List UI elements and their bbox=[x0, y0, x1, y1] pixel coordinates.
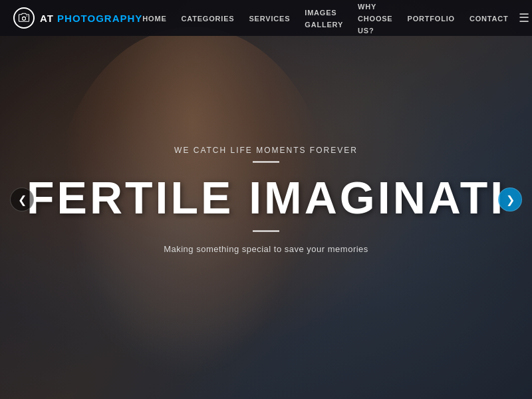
hero-tagline: WE CATCH LIFE MOMENTS FOREVER bbox=[27, 146, 505, 155]
hamburger-icon[interactable]: ☰ bbox=[519, 11, 529, 25]
hero-subtitle: Making something special to save your me… bbox=[27, 244, 505, 254]
svg-point-2 bbox=[23, 17, 25, 20]
nav-item-categories[interactable]: CATEGORIES bbox=[182, 12, 235, 24]
nav-item-portfolio[interactable]: PORTFOLIO bbox=[408, 12, 455, 24]
svg-point-3 bbox=[27, 15, 28, 17]
nav-item-contact[interactable]: CONTACT bbox=[469, 12, 509, 24]
nav-item-images-gallery[interactable]: IMAGES GALLERY bbox=[305, 6, 343, 30]
hero-divider-bottom bbox=[253, 231, 279, 232]
slider-next-button[interactable]: ❯ bbox=[498, 188, 522, 211]
hero-section: AT PHOTOGRAPHY HOME CATEGORIES SERVICES … bbox=[0, 0, 532, 399]
camera-icon bbox=[18, 12, 30, 24]
hero-divider-top bbox=[253, 162, 279, 163]
hero-content: WE CATCH LIFE MOMENTS FOREVER FERTILE IM… bbox=[27, 146, 505, 254]
navbar: AT PHOTOGRAPHY HOME CATEGORIES SERVICES … bbox=[0, 0, 532, 36]
nav-item-services[interactable]: SERVICES bbox=[249, 12, 290, 24]
nav-links: HOME CATEGORIES SERVICES IMAGES GALLERY … bbox=[142, 0, 508, 36]
logo-text: AT PHOTOGRAPHY bbox=[40, 13, 142, 24]
nav-item-home[interactable]: HOME bbox=[142, 12, 166, 24]
slider-prev-button[interactable]: ❮ bbox=[10, 188, 34, 211]
nav-item-why-choose-us[interactable]: WHY CHOOSE US? bbox=[358, 0, 392, 36]
hero-title: FERTILE IMAGINATIO bbox=[27, 175, 505, 220]
logo[interactable]: AT PHOTOGRAPHY bbox=[13, 7, 142, 29]
logo-icon bbox=[13, 7, 35, 29]
